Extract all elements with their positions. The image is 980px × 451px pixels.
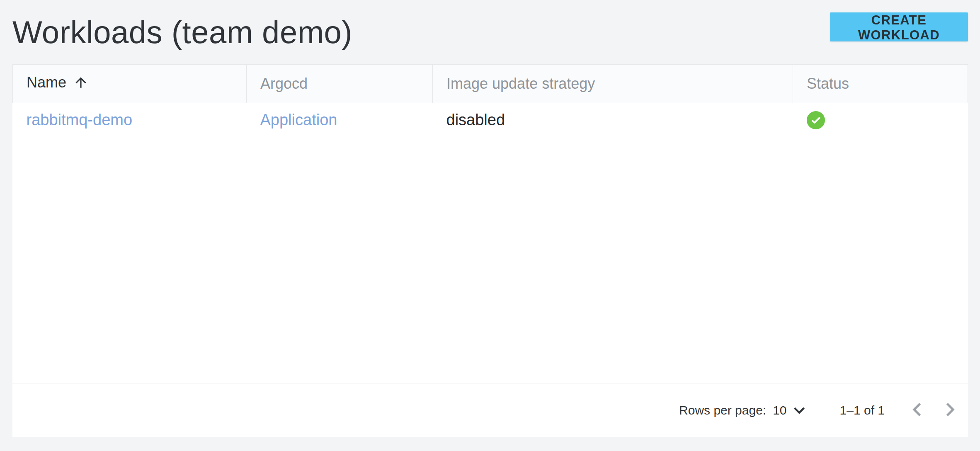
pagination-range-label: 1–1 of 1	[840, 403, 885, 417]
chevron-left-icon	[904, 396, 930, 424]
chevron-right-icon	[937, 396, 963, 424]
next-page-button[interactable]	[937, 397, 963, 424]
page-title: Workloads (team demo)	[12, 0, 352, 64]
workload-name-link[interactable]: rabbitmq-demo	[27, 111, 133, 129]
column-header-argocd: Argocd	[247, 65, 433, 103]
cell-status	[793, 103, 968, 137]
rows-per-page-select[interactable]: 10	[773, 400, 810, 421]
rows-per-page-value: 10	[773, 403, 786, 417]
create-workload-button[interactable]: CREATE WORKLOAD	[830, 12, 968, 41]
sort-ascending-icon	[73, 77, 89, 94]
table-empty-area	[12, 137, 968, 383]
status-ok-icon	[807, 111, 825, 129]
column-header-image-update-strategy: Image update strategy	[433, 65, 793, 103]
argocd-application-link[interactable]: Application	[260, 111, 337, 129]
column-header-status: Status	[793, 65, 968, 103]
cell-argocd: Application	[247, 103, 433, 137]
column-header-name[interactable]: Name	[13, 65, 247, 103]
table-header-row: Name Argocd Image update strategy Status	[13, 65, 968, 103]
cell-image-update-strategy: disabled	[433, 103, 793, 137]
previous-page-button[interactable]	[904, 397, 930, 424]
column-header-name-label: Name	[27, 74, 66, 91]
cell-name: rabbitmq-demo	[13, 103, 247, 137]
workloads-table: Name Argocd Image update strategy Status…	[12, 64, 968, 137]
rows-per-page-label: Rows per page:	[679, 403, 766, 417]
page-header: Workloads (team demo) CREATE WORKLOAD	[0, 0, 980, 64]
pagination-bar: Rows per page: 10 1–1 of 1	[12, 383, 968, 437]
workloads-card: Name Argocd Image update strategy Status…	[12, 64, 968, 437]
table-row: rabbitmq-demo Application disabled	[13, 103, 968, 137]
chevron-down-icon	[788, 400, 810, 421]
